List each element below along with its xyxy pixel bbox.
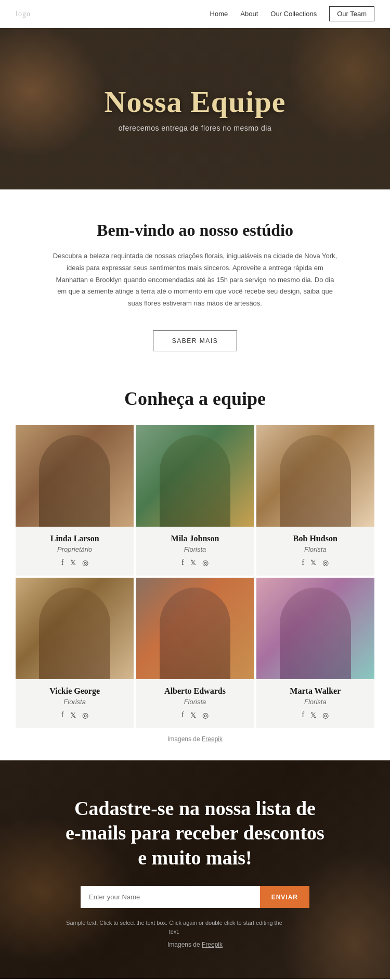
instagram-icon[interactable]: ◎ <box>82 711 88 720</box>
instagram-icon[interactable]: ◎ <box>322 711 329 720</box>
newsletter-freepik-note: Imagens de Freepik <box>65 941 325 948</box>
team-card-bob: Bob Hudson Florista f 𝕏 ◎ <box>256 425 374 576</box>
team-socials-bob: f 𝕏 ◎ <box>262 558 369 567</box>
instagram-icon[interactable]: ◎ <box>202 558 209 567</box>
team-role-alberto: Florista <box>141 698 249 706</box>
team-socials-marta: f 𝕏 ◎ <box>262 711 369 720</box>
team-grid: Linda Larson Proprietário f 𝕏 ◎ Mila Joh… <box>16 425 374 728</box>
newsletter-title: Cadastre-se na nossa lista de e-mails pa… <box>65 796 325 871</box>
twitter-icon[interactable]: 𝕏 <box>190 558 196 567</box>
team-role-bob: Florista <box>262 545 369 553</box>
instagram-icon[interactable]: ◎ <box>322 558 329 567</box>
team-photo-mila <box>136 425 254 527</box>
nav-link-home[interactable]: Home <box>210 10 228 18</box>
team-info-bob: Bob Hudson Florista f 𝕏 ◎ <box>256 527 374 576</box>
team-info-vickie: Vickie George Florista f 𝕏 ◎ <box>16 679 134 728</box>
freepik-link[interactable]: Freepik <box>202 735 223 743</box>
twitter-icon[interactable]: 𝕏 <box>70 558 76 567</box>
team-socials-linda: f 𝕏 ◎ <box>21 558 128 567</box>
team-photo-alberto <box>136 578 254 679</box>
newsletter-form: ENVIAR <box>81 886 309 908</box>
nav-link-collections[interactable]: Our Collections <box>270 10 317 18</box>
team-info-marta: Marta Walker Florista f 𝕏 ◎ <box>256 679 374 728</box>
team-name-mila: Mila Johnson <box>141 534 249 543</box>
twitter-icon[interactable]: 𝕏 <box>190 711 196 720</box>
team-photo-marta <box>256 578 374 679</box>
team-socials-vickie: f 𝕏 ◎ <box>21 711 128 720</box>
hero-section: Nossa Equipe oferecemos entrega de flore… <box>0 28 390 189</box>
team-freepik-note: Imagens de Freepik <box>16 728 374 745</box>
instagram-icon[interactable]: ◎ <box>82 558 88 567</box>
logo: logo <box>16 10 31 18</box>
newsletter-sample-text: Sample text. Click to select the text bo… <box>65 919 283 936</box>
facebook-icon[interactable]: f <box>181 711 184 720</box>
twitter-icon[interactable]: 𝕏 <box>70 711 76 720</box>
team-info-linda: Linda Larson Proprietário f 𝕏 ◎ <box>16 527 134 576</box>
twitter-icon[interactable]: 𝕏 <box>310 558 316 567</box>
team-card-linda: Linda Larson Proprietário f 𝕏 ◎ <box>16 425 134 576</box>
newsletter-input[interactable] <box>81 886 260 908</box>
facebook-icon[interactable]: f <box>302 711 304 720</box>
team-section: Conheça a equipe Linda Larson Proprietár… <box>0 377 390 760</box>
team-role-linda: Proprietário <box>21 545 128 553</box>
team-name-linda: Linda Larson <box>21 534 128 543</box>
team-photo-bob <box>256 425 374 527</box>
facebook-icon[interactable]: f <box>61 711 64 720</box>
instagram-icon[interactable]: ◎ <box>202 711 209 720</box>
nav-link-about[interactable]: About <box>240 10 258 18</box>
team-role-mila: Florista <box>141 545 249 553</box>
team-name-marta: Marta Walker <box>262 686 369 696</box>
team-name-vickie: Vickie George <box>21 686 128 696</box>
facebook-icon[interactable]: f <box>302 558 304 567</box>
team-socials-alberto: f 𝕏 ◎ <box>141 711 249 720</box>
team-info-mila: Mila Johnson Florista f 𝕏 ◎ <box>136 527 254 576</box>
team-role-marta: Florista <box>262 698 369 706</box>
welcome-title: Bem-vindo ao nosso estúdio <box>52 221 338 240</box>
navbar: logo Home About Our Collections Our Team <box>0 0 390 28</box>
facebook-icon[interactable]: f <box>61 558 64 567</box>
newsletter-freepik-link[interactable]: Freepik <box>202 941 223 948</box>
saber-mais-button[interactable]: SABER MAIS <box>153 330 237 351</box>
hero-title: Nossa Equipe <box>105 85 286 119</box>
team-card-vickie: Vickie George Florista f 𝕏 ◎ <box>16 578 134 728</box>
nav-link-team[interactable]: Our Team <box>329 6 374 21</box>
hero-content: Nossa Equipe oferecemos entrega de flore… <box>105 85 286 132</box>
team-photo-vickie <box>16 578 134 679</box>
team-title: Conheça a equipe <box>16 388 374 410</box>
newsletter-content: Cadastre-se na nossa lista de e-mails pa… <box>65 796 325 949</box>
team-name-bob: Bob Hudson <box>262 534 369 543</box>
team-card-alberto: Alberto Edwards Florista f 𝕏 ◎ <box>136 578 254 728</box>
team-photo-linda <box>16 425 134 527</box>
team-card-marta: Marta Walker Florista f 𝕏 ◎ <box>256 578 374 728</box>
team-info-alberto: Alberto Edwards Florista f 𝕏 ◎ <box>136 679 254 728</box>
newsletter-submit-button[interactable]: ENVIAR <box>260 886 309 908</box>
welcome-section: Bem-vindo ao nosso estúdio Descubra a be… <box>0 189 390 377</box>
hero-subtitle: oferecemos entrega de flores no mesmo di… <box>105 124 286 132</box>
welcome-text: Descubra a beleza requintada de nossas c… <box>52 250 338 310</box>
nav-links: Home About Our Collections Our Team <box>210 6 374 21</box>
team-role-vickie: Florista <box>21 698 128 706</box>
facebook-icon[interactable]: f <box>181 558 184 567</box>
newsletter-section: Cadastre-se na nossa lista de e-mails pa… <box>0 760 390 979</box>
team-name-alberto: Alberto Edwards <box>141 686 249 696</box>
team-socials-mila: f 𝕏 ◎ <box>141 558 249 567</box>
twitter-icon[interactable]: 𝕏 <box>310 711 316 720</box>
team-card-mila: Mila Johnson Florista f 𝕏 ◎ <box>136 425 254 576</box>
